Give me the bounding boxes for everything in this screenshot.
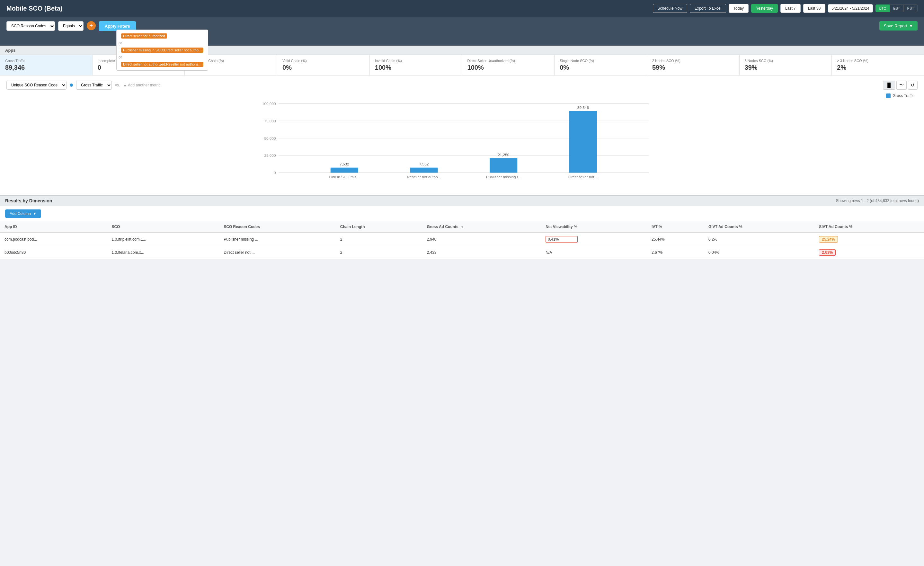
chart-legend: Gross Traffic (886, 93, 914, 98)
stat-label-9: > 3 Nodes SCO (%) (837, 59, 919, 63)
column-header-6: IVT % (647, 221, 704, 232)
cell-1-4: 2,433 (423, 246, 542, 259)
date-range[interactable]: 5/21/2024 - 5/21/2024 (828, 4, 873, 12)
legend-label: Gross Traffic (892, 93, 914, 98)
pst-button[interactable]: PST (904, 4, 918, 12)
svg-rect-19 (569, 111, 597, 172)
chart-type-buttons: ▐▌ 〜 ↺ (883, 81, 918, 90)
add-metric-label: Add another metric (128, 83, 160, 87)
results-title: Results by Dimension (5, 198, 52, 203)
filter-option-1[interactable]: Direct seller not authorized (118, 32, 206, 40)
chart-controls: Unique SCO Reason Code Gross Traffic vs.… (6, 81, 918, 90)
cell-0-0: com.podcast.pod... (0, 232, 107, 246)
cell-ivt-0: 25.44% (647, 232, 704, 246)
est-button[interactable]: EST (890, 4, 903, 12)
header: Mobile SCO (Beta) Schedule Now Export To… (0, 0, 924, 17)
column-header-4: Gross Ad Counts ▼ (423, 221, 542, 232)
cell-0-2: Publisher missing ... (219, 232, 336, 246)
yesterday-button[interactable]: Yesterday (751, 4, 778, 13)
stat-value-9: 2% (837, 64, 919, 71)
utc-button[interactable]: UTC (876, 4, 890, 12)
filter-tag-3: Direct seller not authorized;Reseller no… (121, 62, 203, 67)
svg-text:7,532: 7,532 (419, 162, 429, 166)
add-column-label: Add Column (10, 211, 31, 216)
filter-operator-select[interactable]: Equals (58, 21, 84, 31)
or-separator-1: or (118, 40, 206, 46)
stat-cell-7: 2 Nodes SCO (%) 59% (647, 55, 740, 75)
svg-rect-16 (490, 158, 517, 173)
today-button[interactable]: Today (729, 4, 748, 13)
svg-text:Reseller not autho...: Reseller not autho... (407, 175, 441, 179)
filter-field-select[interactable]: SCO Reason Codes (6, 21, 55, 31)
cell-givt-1: 0.04% (704, 246, 814, 259)
stat-value-7: 59% (652, 64, 734, 71)
schedule-button[interactable]: Schedule Now (653, 4, 687, 13)
stat-cell-4: Invalid Chain (%) 100% (370, 55, 462, 75)
results-header: Results by Dimension Showing rows 1 - 2 … (0, 195, 924, 206)
metric-dot-icon (70, 84, 73, 87)
line-chart-button[interactable]: 〜 (896, 81, 907, 90)
stat-value-4: 100% (375, 64, 457, 71)
filter-option-3[interactable]: Direct seller not authorized;Reseller no… (118, 60, 206, 69)
sort-icon[interactable]: ▼ (461, 225, 464, 229)
column-header-5: Net Viewability % (541, 221, 647, 232)
sivt-badge-1: 2.63% (819, 249, 836, 256)
filter-option-2[interactable]: Publisher missing in SCO;Direct seller n… (118, 46, 206, 54)
stat-value-3: 0% (282, 64, 364, 71)
stat-label-6: Single Node SCO (%) (560, 59, 642, 63)
cell-0-3: 2 (336, 232, 423, 246)
column-header-8: SIVT Ad Counts % (814, 221, 924, 232)
results-table: App IDSCOSCO Reason CodesChain LengthGro… (0, 221, 924, 259)
cell-net-viewability-1: N/A (541, 246, 647, 259)
svg-text:Direct seller not ...: Direct seller not ... (568, 175, 598, 179)
stat-value-8: 39% (745, 64, 826, 71)
save-report-button[interactable]: Save Report ▼ (879, 21, 918, 30)
svg-text:7,532: 7,532 (340, 162, 349, 166)
app-title: Mobile SCO (Beta) (6, 5, 62, 12)
filter-bar: SCO Reason Codes Equals Direct seller no… (0, 17, 924, 46)
cell-1-1: 1.0.!telaria.com,x... (107, 246, 219, 259)
add-column-chevron-icon: ▼ (33, 211, 37, 216)
bar-chart-button[interactable]: ▐▌ (883, 81, 895, 90)
cell-1-0: b00odc5n80 (0, 246, 107, 259)
svg-text:Link in SCO mis...: Link in SCO mis... (329, 175, 360, 179)
bar-chart-svg: 100,00075,00050,00025,00007,532Link in S… (6, 97, 918, 187)
stat-label-4: Invalid Chain (%) (375, 59, 457, 63)
last30-button[interactable]: Last 30 (803, 4, 825, 13)
svg-text:25,000: 25,000 (264, 153, 276, 158)
column-header-3: Chain Length (336, 221, 423, 232)
stat-value-0: 89,346 (5, 64, 87, 71)
last7-button[interactable]: Last 7 (780, 4, 801, 13)
column-header-7: GIVT Ad Counts % (704, 221, 814, 232)
dimension-select[interactable]: Unique SCO Reason Code (6, 81, 66, 90)
add-metric-button[interactable]: ▲ Add another metric (123, 83, 160, 87)
stat-label-7: 2 Nodes SCO (%) (652, 59, 734, 63)
stat-value-6: 0% (560, 64, 642, 71)
stat-cell-8: 3 Nodes SCO (%) 39% (740, 55, 832, 75)
triangle-icon: ▲ (123, 83, 127, 87)
svg-text:75,000: 75,000 (264, 119, 276, 123)
metric-select[interactable]: Gross Traffic (76, 81, 112, 90)
stat-cell-6: Single Node SCO (%) 0% (555, 55, 647, 75)
table-toolbar: Add Column ▼ (0, 206, 924, 221)
svg-text:Publisher missing i...: Publisher missing i... (486, 175, 521, 179)
cell-sivt-0: 25.24% (814, 232, 924, 246)
or-separator-2: or (118, 54, 206, 60)
sivt-badge-0: 25.24% (819, 236, 838, 243)
cell-1-3: 2 (336, 246, 423, 259)
add-column-button[interactable]: Add Column ▼ (5, 210, 41, 218)
refresh-chart-button[interactable]: ↺ (908, 81, 918, 90)
svg-text:21,250: 21,250 (498, 153, 510, 157)
export-button[interactable]: Export To Excel (690, 4, 726, 13)
net-viewability-input-0[interactable] (546, 236, 578, 243)
save-report-label: Save Report (884, 24, 907, 28)
svg-text:0: 0 (274, 171, 276, 175)
table-row-1: b00odc5n801.0.!telaria.com,x...Direct se… (0, 246, 924, 259)
chart-area: Gross Traffic 100,00075,00050,00025,0000… (6, 93, 918, 190)
cell-givt-0: 0.2% (704, 232, 814, 246)
cell-0-4: 2,940 (423, 232, 542, 246)
cell-sivt-1: 2.63% (814, 246, 924, 259)
vs-text: vs. (115, 83, 120, 87)
add-filter-button[interactable]: + (87, 21, 96, 30)
save-report-chevron-icon: ▼ (909, 24, 913, 28)
